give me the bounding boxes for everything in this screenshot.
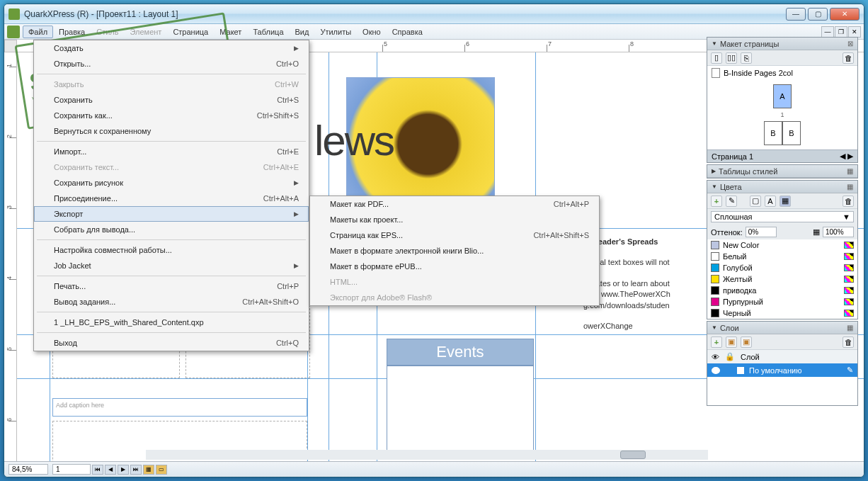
nav-next-icon[interactable]: ▶: [847, 152, 853, 161]
export-submenu: Макет как PDF...Ctrl+Alt+PМакеты как про…: [309, 196, 600, 306]
menu-item[interactable]: Настройка совместной работы...: [34, 242, 309, 258]
opacity-spinner[interactable]: 100%: [823, 227, 854, 237]
add-color-icon[interactable]: +: [711, 196, 722, 207]
expand-icon: ▶: [712, 168, 716, 174]
frame-color-icon[interactable]: ▢: [750, 196, 761, 207]
palette-close-icon[interactable]: ⊠: [847, 40, 853, 47]
menu-item[interactable]: Страница как EPS...Ctrl+Alt+Shift+S: [310, 227, 599, 243]
menu-item[interactable]: Сохранить как...Ctrl+Shift+S: [34, 108, 309, 123]
mdi-minimize[interactable]: —: [821, 26, 834, 38]
visibility-toggle[interactable]: [712, 367, 720, 374]
menu-item[interactable]: Собрать для вывода...: [34, 222, 309, 237]
text-color-icon[interactable]: A: [765, 196, 776, 207]
menu-item[interactable]: Сохранить рисунок▶: [34, 175, 309, 191]
app-menu-icon[interactable]: [7, 26, 20, 38]
add-layer-icon[interactable]: +: [711, 336, 722, 348]
trash-icon[interactable]: 🗑: [843, 336, 854, 348]
menu-item[interactable]: Открыть...Ctrl+O: [34, 56, 309, 72]
nav-prev-icon[interactable]: ◀: [840, 152, 845, 161]
menu-item[interactable]: ВыходCtrl+Q: [34, 335, 309, 351]
menu-вид[interactable]: Вид: [290, 26, 315, 38]
mdi-close[interactable]: ✕: [848, 26, 861, 38]
duplicate-icon[interactable]: ⎘: [741, 52, 752, 64]
menu-таблица[interactable]: Таблица: [247, 26, 289, 38]
color-row[interactable]: Пурпурный: [707, 296, 857, 307]
trash-icon[interactable]: 🗑: [843, 52, 854, 64]
tint-spinner[interactable]: 0%: [746, 227, 777, 237]
palette-title[interactable]: ▼ Слои ▦: [707, 322, 857, 334]
visibility-icon: 👁: [712, 353, 719, 361]
merge-down-icon[interactable]: ▣: [726, 336, 737, 348]
menu-item[interactable]: СохранитьCtrl+S: [34, 92, 309, 108]
merge-up-icon[interactable]: ▣: [741, 336, 752, 348]
menu-item[interactable]: Макеты как проект...: [310, 212, 599, 227]
page-first[interactable]: ⏮: [92, 465, 103, 475]
menu-item[interactable]: Вернуться к сохраненному: [34, 123, 309, 139]
new-facing-pages-icon[interactable]: ▯▯: [726, 52, 737, 64]
menu-окно[interactable]: Окно: [357, 26, 387, 38]
zoom-field[interactable]: 84,5%: [8, 464, 48, 475]
menu-элемент[interactable]: Элемент: [125, 26, 168, 38]
mdi-restore[interactable]: ❐: [835, 26, 847, 38]
maximize-button[interactable]: ▢: [808, 8, 828, 21]
menu-item[interactable]: Макет в формате электронной книги Blio..…: [310, 243, 599, 259]
layer-row-default[interactable]: По умолчанию ✎: [707, 363, 857, 377]
page-prev[interactable]: ◀: [105, 465, 116, 475]
app-icon: [8, 9, 20, 20]
page-icon: [712, 68, 720, 78]
tint-label: Оттенок:: [711, 228, 743, 237]
palette-menu-icon[interactable]: ▦: [847, 324, 853, 332]
menu-справка[interactable]: Справка: [387, 26, 428, 38]
edit-color-icon[interactable]: ✎: [726, 196, 737, 207]
close-button[interactable]: ✕: [830, 8, 860, 21]
page-field[interactable]: 1: [52, 464, 91, 475]
menu-item: Экспорт для Adobe® Flash®: [310, 290, 599, 305]
palette-title[interactable]: ▼ Цвета ▦: [707, 181, 857, 193]
fill-color-icon[interactable]: ▦: [780, 196, 791, 207]
menu-item[interactable]: Вывод задания...Ctrl+Alt+Shift+O: [34, 294, 309, 310]
menu-стиль[interactable]: Стиль: [91, 26, 124, 38]
menu-item[interactable]: 1 _LH_BC_EPS_with_Shared_Content.qxp: [34, 315, 309, 330]
trash-icon[interactable]: 🗑: [843, 196, 854, 207]
menu-правка[interactable]: Правка: [53, 26, 91, 38]
page-last[interactable]: ⏭: [130, 465, 142, 475]
collapse-icon: ▼: [712, 324, 717, 331]
page-next[interactable]: ▶: [118, 465, 129, 475]
palette-menu-icon[interactable]: ▦: [847, 183, 853, 191]
menu-item[interactable]: Экспорт▶: [34, 206, 309, 222]
page-number: 1: [780, 111, 784, 118]
menu-item[interactable]: Job Jacket▶: [34, 258, 309, 273]
color-row[interactable]: Черный: [707, 307, 857, 319]
edit-layer-icon[interactable]: ✎: [847, 366, 853, 375]
minimize-button[interactable]: —: [786, 8, 806, 21]
caption-box[interactable]: Add caption here: [52, 398, 307, 417]
master-page-row[interactable]: B-Inside Pages 2col: [707, 66, 857, 80]
menu-item[interactable]: Импорт...Ctrl+E: [34, 144, 309, 159]
page-thumb-b2[interactable]: B: [782, 121, 801, 145]
palette-menu-icon[interactable]: ▦: [847, 167, 853, 175]
menu-файл[interactable]: Файл: [23, 26, 53, 38]
view-thumbs[interactable]: ▦: [143, 465, 154, 475]
palette-title[interactable]: ▶ Таблицы стилей ▦: [707, 165, 857, 178]
color-row[interactable]: приводка: [707, 285, 857, 296]
new-single-page-icon[interactable]: ▯: [711, 52, 722, 64]
menu-item: Сохранить текст...Ctrl+Alt+E: [34, 159, 309, 175]
menu-item[interactable]: Печать...Ctrl+P: [34, 278, 309, 294]
palette-title[interactable]: ▼ Макет страницы ⊠: [707, 38, 857, 50]
page-thumb-a[interactable]: A: [773, 84, 792, 108]
menu-страница[interactable]: Страница: [167, 26, 214, 38]
menu-item[interactable]: Присоединение...Ctrl+Alt+A: [34, 191, 309, 206]
scrollbar-horizontal[interactable]: [146, 450, 708, 460]
color-row[interactable]: Голубой: [707, 262, 857, 273]
menu-макет[interactable]: Макет: [214, 26, 247, 38]
menu-item[interactable]: Создать▶: [34, 40, 309, 56]
menu-item[interactable]: Макет как PDF...Ctrl+Alt+P: [310, 196, 599, 212]
color-type-dropdown[interactable]: Сплошная▼: [711, 211, 854, 222]
menu-утилиты[interactable]: Утилиты: [314, 26, 357, 38]
menu-item[interactable]: Макет в формате ePUB...: [310, 259, 599, 274]
color-row[interactable]: Желтый: [707, 273, 857, 285]
color-row[interactable]: New Color: [707, 239, 857, 251]
page-thumb-b1[interactable]: B: [764, 121, 782, 145]
color-row[interactable]: Белый: [707, 251, 857, 262]
view-single[interactable]: ▭: [156, 465, 167, 475]
